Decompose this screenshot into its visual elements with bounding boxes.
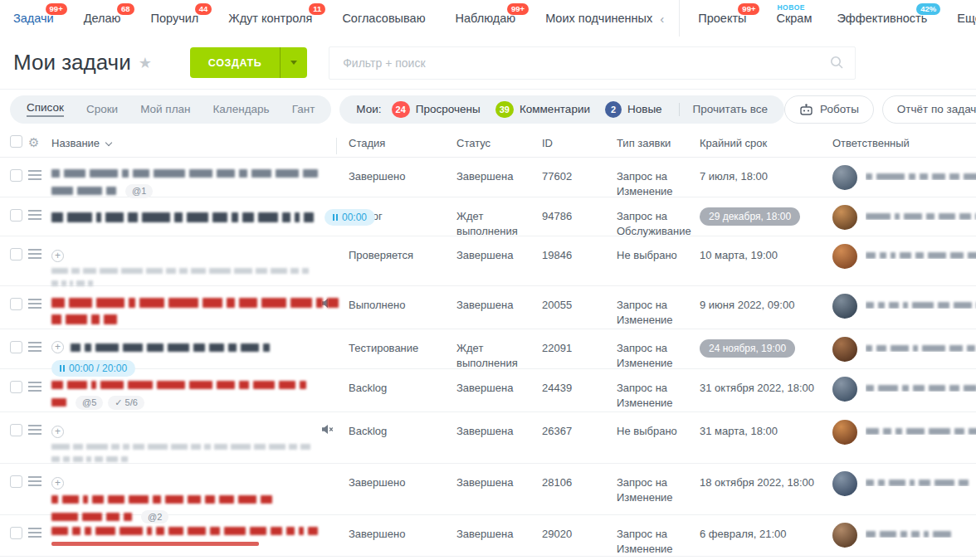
column-header-id[interactable]: ID <box>542 137 617 149</box>
expand-icon[interactable]: + <box>51 341 64 353</box>
filter-search-input[interactable] <box>329 46 856 80</box>
table-row[interactable]: ВыполненоЗавершена20055Запрос на Изменен… <box>0 286 976 329</box>
counter-new[interactable]: 2 Новые <box>605 101 662 118</box>
timer-badge[interactable]: 00:00 <box>325 209 375 226</box>
drag-handle-icon[interactable] <box>28 425 41 435</box>
row-checkbox[interactable] <box>10 341 22 353</box>
nav-tab-doing[interactable]: Делаю 68 <box>84 0 121 37</box>
table-row[interactable]: ЗавершеноЗавершена29020Запрос на Изменен… <box>0 515 976 557</box>
nav-tab-awaiting-control[interactable]: Ждут контроля 11 <box>228 0 312 37</box>
nav-tab-watching[interactable]: Наблюдаю 99+ <box>456 0 516 37</box>
task-name-cell[interactable]: + <box>51 236 349 293</box>
column-header-assignee[interactable]: Ответственный <box>832 137 976 149</box>
redacted-text-segment <box>256 268 267 274</box>
tab-calendar[interactable]: Календарь <box>213 103 270 115</box>
row-checkbox[interactable] <box>10 248 22 261</box>
table-row[interactable]: @1ЗавершеноЗавершена77602Запрос на Измен… <box>0 158 976 197</box>
nav-tab-tasks[interactable]: Задачи 99+ <box>13 0 54 37</box>
drag-handle-icon[interactable] <box>28 170 41 180</box>
row-checkbox[interactable] <box>10 169 22 182</box>
task-name-cell[interactable] <box>51 515 349 556</box>
table-row[interactable]: 00:00БэклогЖдет выполнения94786Запрос на… <box>0 197 976 236</box>
table-row[interactable]: +00:00 / 20:00ТестированиеЖдет выполнени… <box>0 329 976 369</box>
nav-tab-scrum[interactable]: НОВОЕ Скрам <box>776 0 812 37</box>
redacted-text-segment <box>128 212 138 222</box>
task-assignee[interactable] <box>832 412 976 469</box>
task-assignee[interactable] <box>832 286 976 331</box>
table-row[interactable]: @5✓ 5/6BacklogЗавершена24439Запрос на Из… <box>0 369 976 412</box>
column-header-deadline[interactable]: Крайний срок <box>700 137 832 149</box>
column-header-status[interactable]: Статус <box>456 137 542 149</box>
search-icon[interactable] <box>830 56 844 70</box>
row-checkbox[interactable] <box>10 475 22 488</box>
tab-list[interactable]: Список <box>27 101 64 117</box>
task-id: 94786 <box>542 197 617 238</box>
drag-handle-icon[interactable] <box>28 476 41 486</box>
task-name-cell[interactable]: 00:00 <box>51 197 349 238</box>
table-row[interactable]: +@2ЗавершеноЗавершена28106Запрос на Изме… <box>0 464 976 515</box>
nav-label: Делаю <box>84 12 121 25</box>
tab-my-plan[interactable]: Мой план <box>140 103 190 115</box>
task-assignee[interactable] <box>832 515 976 556</box>
drag-handle-icon[interactable] <box>28 382 41 392</box>
create-dropdown-button[interactable] <box>280 47 307 78</box>
redacted-text-segment <box>935 480 954 486</box>
redacted-text-segment <box>964 173 976 180</box>
tab-gantt[interactable]: Гант <box>292 103 315 115</box>
redacted-text-segment <box>91 381 96 389</box>
expand-icon[interactable]: + <box>51 426 64 438</box>
nav-tab-projects[interactable]: Проекты 99+ <box>698 0 746 37</box>
task-assignee[interactable] <box>832 197 976 238</box>
create-task-button[interactable]: СОЗДАТЬ <box>190 47 307 78</box>
redacted-text-segment <box>66 314 87 324</box>
redacted-text-segment <box>51 187 73 195</box>
attachment-chip[interactable]: @5 <box>76 396 103 410</box>
redacted-text-segment <box>154 169 185 178</box>
task-assignee[interactable] <box>832 369 976 416</box>
drag-handle-icon[interactable] <box>28 342 41 352</box>
drag-handle-icon[interactable] <box>28 299 41 309</box>
robots-button[interactable]: Роботы <box>784 95 874 124</box>
checklist-chip[interactable]: ✓ 5/6 <box>108 396 144 410</box>
create-button-label[interactable]: СОЗДАТЬ <box>190 47 280 78</box>
drag-handle-icon[interactable] <box>28 210 41 220</box>
redacted-task-name <box>51 314 339 324</box>
nav-tab-approving[interactable]: Согласовываю <box>342 0 425 37</box>
chevron-left-icon[interactable]: ‹ <box>660 12 664 26</box>
row-checkbox[interactable] <box>10 527 22 539</box>
task-name-cell[interactable]: + <box>51 412 349 469</box>
task-name-cell[interactable] <box>51 286 349 331</box>
row-checkbox[interactable] <box>10 381 22 393</box>
task-report-button[interactable]: Отчёт по задачам Битри <box>882 95 976 124</box>
row-checkbox[interactable] <box>10 298 22 310</box>
table-row[interactable]: +ПроверяетсяЗавершена19846Не выбрано10 м… <box>0 236 976 286</box>
nav-tab-more[interactable]: Еще <box>957 0 976 37</box>
drag-handle-icon[interactable] <box>28 249 41 259</box>
gear-icon[interactable]: ⚙ <box>28 135 39 149</box>
select-all-checkbox[interactable] <box>10 135 22 148</box>
nav-tab-subordinates[interactable]: Моих подчиненных ‹ <box>545 0 664 37</box>
row-checkbox[interactable] <box>10 424 22 436</box>
row-checkbox[interactable] <box>10 209 22 222</box>
nav-tab-assigned[interactable]: Поручил 44 <box>151 0 199 37</box>
task-name-cell[interactable]: @5✓ 5/6 <box>51 369 349 416</box>
counter-overdue[interactable]: 24 Просрочены <box>392 101 481 118</box>
nav-tab-efficiency[interactable]: Эффективность 42% <box>837 0 927 37</box>
tab-deadlines[interactable]: Сроки <box>86 103 118 115</box>
redacted-text-segment <box>876 345 886 352</box>
read-all-button[interactable]: Прочитать все <box>693 103 769 115</box>
redacted-text-segment <box>239 169 247 178</box>
attachment-chip[interactable]: @1 <box>125 184 153 198</box>
expand-icon[interactable]: + <box>51 477 64 489</box>
task-assignee[interactable] <box>832 236 976 293</box>
mute-icon[interactable] <box>321 424 334 435</box>
drag-handle-icon[interactable] <box>28 528 41 538</box>
redacted-text-segment <box>928 252 946 259</box>
column-header-stage[interactable]: Стадия <box>349 137 456 149</box>
column-header-name[interactable]: Название <box>51 137 349 149</box>
counter-comments[interactable]: 39 Комментарии <box>495 101 590 118</box>
favorite-star-icon[interactable]: ★ <box>139 54 152 72</box>
column-header-type[interactable]: Тип заявки <box>617 137 700 149</box>
table-row[interactable]: +BacklogЗавершена26367Не выбрано31 марта… <box>0 412 976 464</box>
expand-icon[interactable]: + <box>51 250 64 262</box>
